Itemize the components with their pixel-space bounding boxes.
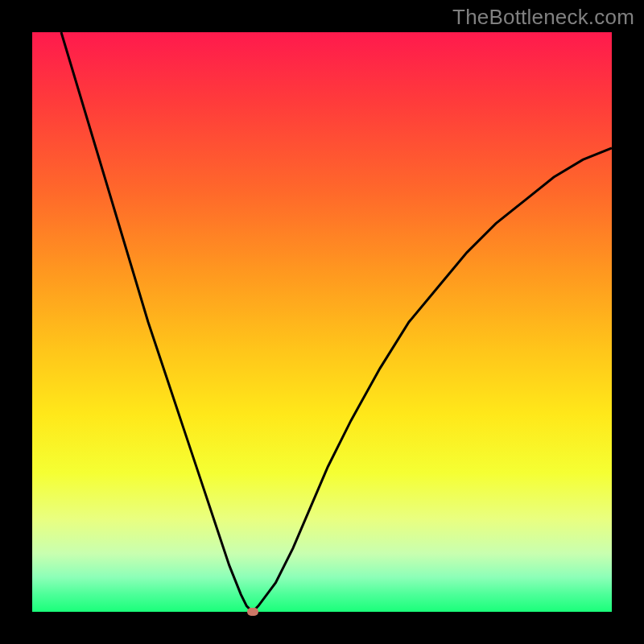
plot-area <box>32 32 612 612</box>
chart-frame: TheBottleneck.com <box>0 0 644 644</box>
watermark-label: TheBottleneck.com <box>452 5 634 30</box>
bottleneck-curve <box>32 32 612 612</box>
optimal-point-marker <box>247 608 258 616</box>
